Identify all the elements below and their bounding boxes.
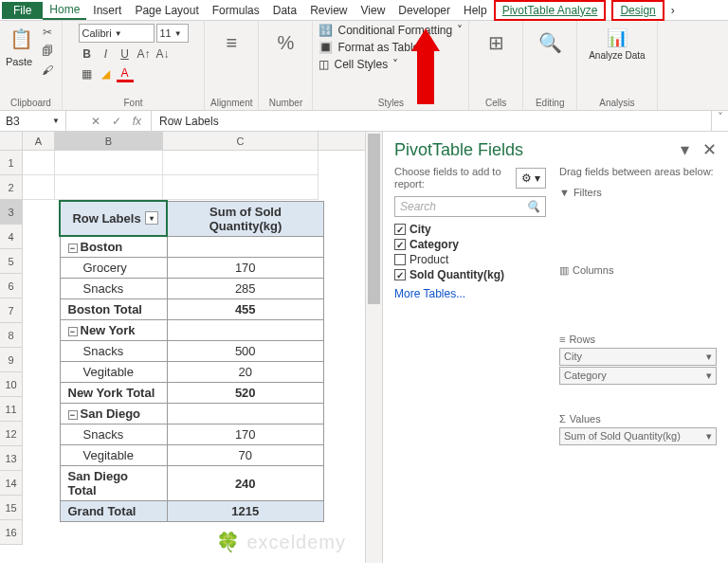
- border-button[interactable]: ▦: [79, 65, 96, 82]
- row-header[interactable]: 2: [0, 175, 23, 200]
- cells-icon[interactable]: ⊞: [481, 27, 511, 58]
- area-values[interactable]: ΣValues Sum of Sold Quantity(kg)▾: [559, 413, 717, 445]
- format-as-table-button[interactable]: Format as Table: [337, 41, 419, 54]
- row-header[interactable]: 5: [0, 249, 23, 274]
- name-box[interactable]: B3▼: [0, 111, 66, 131]
- tab-review[interactable]: Review: [303, 2, 354, 19]
- shrink-font-button[interactable]: A↓: [155, 45, 172, 63]
- area-columns[interactable]: ▥Columns: [559, 264, 717, 277]
- pt-item[interactable]: Vegitable: [60, 445, 167, 466]
- pivot-table[interactable]: Row Labels▾ Sum of Sold Quantity(kg) −Bo…: [59, 200, 324, 522]
- field-city[interactable]: ✓City: [394, 223, 546, 236]
- checkbox-icon[interactable]: ✓: [394, 224, 406, 235]
- row-chip-category[interactable]: Category▾: [559, 367, 717, 385]
- cut-button[interactable]: ✂: [39, 24, 56, 41]
- collapse-icon[interactable]: −: [68, 244, 78, 253]
- select-all-button[interactable]: [0, 132, 23, 151]
- field-sold[interactable]: ✓Sold Quantity(kg): [394, 268, 546, 281]
- tab-page-layout[interactable]: Page Layout: [128, 2, 205, 19]
- collapse-icon[interactable]: −: [68, 327, 78, 336]
- checkbox-icon[interactable]: ✓: [394, 269, 406, 280]
- row-chip-city[interactable]: City▾: [559, 348, 717, 366]
- worksheet[interactable]: A B C 1 2 3 4 5 6 7 8 9 10 11 12 13 14 1: [0, 132, 365, 563]
- analyze-data-button[interactable]: 📊 Analyze Data: [583, 24, 650, 64]
- chevron-down-icon[interactable]: ▾: [681, 139, 689, 160]
- field-search-input[interactable]: Search🔍: [394, 196, 546, 217]
- pt-item[interactable]: Snacks: [60, 279, 167, 299]
- font-color-button[interactable]: A: [117, 65, 134, 82]
- tab-insert[interactable]: Insert: [86, 2, 128, 19]
- pt-group[interactable]: −San Diego: [60, 404, 167, 424]
- tab-design[interactable]: Design: [611, 0, 664, 21]
- tab-pivottable-analyze[interactable]: PivotTable Analyze: [494, 0, 607, 21]
- row-header[interactable]: 7: [0, 298, 23, 323]
- italic-button[interactable]: I: [98, 45, 115, 63]
- conditional-formatting-button[interactable]: Conditional Formatting: [337, 24, 452, 37]
- row-header[interactable]: 8: [0, 323, 23, 348]
- col-header-b[interactable]: B: [55, 132, 163, 150]
- tab-view[interactable]: View: [355, 2, 392, 19]
- row-header[interactable]: 11: [0, 397, 23, 422]
- area-rows[interactable]: ≡Rows City▾ Category▾: [559, 334, 717, 385]
- close-icon[interactable]: ✕: [702, 139, 717, 160]
- tab-overflow[interactable]: ›: [664, 2, 682, 19]
- pt-item[interactable]: Snacks: [60, 341, 167, 362]
- value-chip[interactable]: Sum of Sold Quantity(kg)▾: [559, 427, 717, 445]
- col-header-c[interactable]: C: [163, 132, 318, 150]
- tab-data[interactable]: Data: [266, 2, 303, 19]
- checkbox-icon[interactable]: [394, 254, 406, 265]
- row-header[interactable]: 13: [0, 446, 23, 471]
- fill-color-button[interactable]: ◢: [98, 65, 115, 82]
- pt-item[interactable]: Snacks: [60, 424, 167, 445]
- more-tables-link[interactable]: More Tables...: [394, 287, 546, 300]
- row-header[interactable]: 10: [0, 372, 23, 397]
- format-painter-button[interactable]: 🖌: [39, 62, 56, 79]
- row-header[interactable]: 16: [0, 520, 23, 545]
- underline-button[interactable]: U: [117, 45, 134, 63]
- font-name-combo[interactable]: Calibri▼: [79, 24, 155, 43]
- col-header-a[interactable]: A: [23, 132, 55, 150]
- enter-icon[interactable]: ✓: [112, 115, 121, 128]
- alignment-icon[interactable]: ≡: [216, 27, 246, 58]
- copy-button[interactable]: 🗐: [39, 43, 56, 60]
- pt-subtotal[interactable]: San Diego Total: [60, 466, 167, 501]
- row-header[interactable]: 9: [0, 348, 23, 372]
- field-category[interactable]: ✓Category: [394, 238, 546, 251]
- number-icon[interactable]: %: [270, 27, 300, 58]
- pt-item[interactable]: Vegitable: [60, 362, 167, 383]
- pt-header-rowlabels[interactable]: Row Labels▾: [60, 201, 167, 236]
- row-header[interactable]: 14: [0, 471, 23, 496]
- row-header[interactable]: 6: [0, 274, 23, 298]
- field-product[interactable]: Product: [394, 253, 546, 266]
- row-header[interactable]: 4: [0, 225, 23, 249]
- tab-help[interactable]: Help: [457, 2, 494, 19]
- collapse-icon[interactable]: −: [68, 410, 78, 420]
- cancel-icon[interactable]: ✕: [91, 115, 100, 128]
- pt-grand-total[interactable]: Grand Total: [60, 501, 167, 522]
- row-header[interactable]: 12: [0, 422, 23, 446]
- pt-group[interactable]: −Boston: [60, 236, 167, 258]
- row-header[interactable]: 15: [0, 496, 23, 520]
- checkbox-icon[interactable]: ✓: [394, 239, 406, 250]
- pt-group[interactable]: −New York: [60, 320, 167, 341]
- row-header[interactable]: 1: [0, 151, 23, 175]
- tab-formulas[interactable]: Formulas: [206, 2, 266, 19]
- sheet-vscroll[interactable]: [365, 132, 382, 563]
- filter-icon[interactable]: ▾: [145, 211, 158, 225]
- tab-home[interactable]: Home: [43, 1, 86, 20]
- formula-input[interactable]: Row Labels: [152, 111, 711, 131]
- font-size-combo[interactable]: 11▼: [156, 24, 189, 43]
- grow-font-button[interactable]: A↑: [136, 45, 153, 63]
- tab-file[interactable]: File: [2, 2, 43, 19]
- bold-button[interactable]: B: [79, 45, 96, 63]
- cell-styles-button[interactable]: Cell Styles: [334, 58, 388, 71]
- tab-developer[interactable]: Developer: [391, 2, 457, 19]
- pt-subtotal[interactable]: Boston Total: [60, 299, 167, 320]
- paste-icon[interactable]: 📋: [6, 24, 36, 54]
- fx-icon[interactable]: fx: [133, 115, 141, 128]
- area-filters[interactable]: ▼Filters: [559, 187, 717, 198]
- pt-subtotal[interactable]: New York Total: [60, 383, 167, 404]
- pt-item[interactable]: Grocery: [60, 258, 167, 279]
- gear-button[interactable]: ⚙ ▾: [516, 168, 546, 189]
- editing-icon[interactable]: 🔍: [535, 27, 565, 58]
